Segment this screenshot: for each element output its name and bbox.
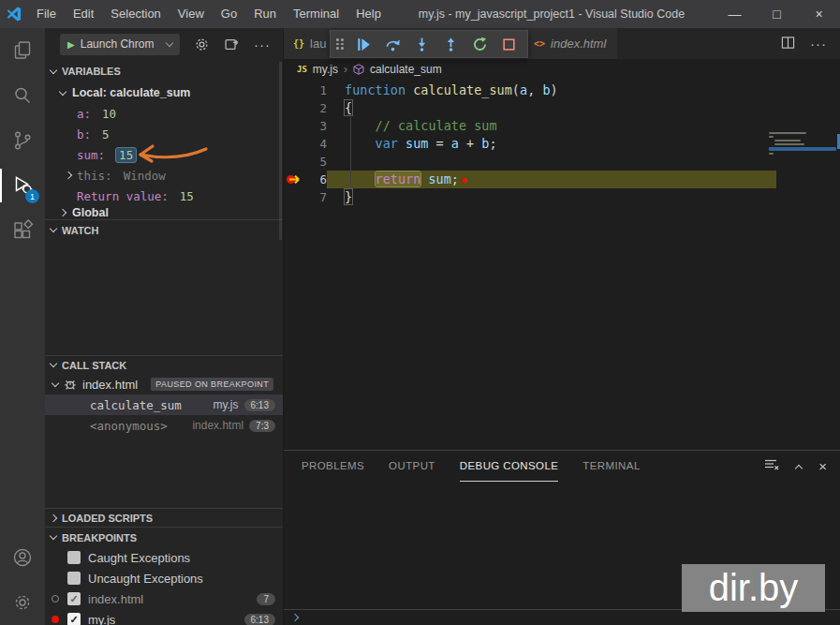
close-button[interactable]: × [798, 0, 840, 28]
breakpoint-row[interactable]: Uncaught Exceptions [45, 568, 283, 588]
close-panel-icon[interactable]: × [818, 458, 827, 474]
stop-button[interactable] [497, 32, 520, 56]
debug-badge: 1 [25, 189, 39, 203]
menu-go[interactable]: Go [213, 0, 245, 28]
launch-config-select[interactable]: ▶ Launch Chrom [60, 34, 180, 55]
gutter [284, 153, 304, 171]
breadcrumb-symbol[interactable]: calculate_sum [370, 63, 442, 76]
breakpoint-checkbox[interactable] [67, 551, 81, 564]
breakpoint-row[interactable]: Caught Exceptions [45, 547, 283, 568]
chevron-down-icon [50, 532, 57, 540]
code-line[interactable]: 4 var sum = a + b; [284, 135, 840, 153]
line-number: 1 [304, 82, 327, 99]
breadcrumb-separator: › [344, 63, 347, 76]
toolbar-drag-handle[interactable] [336, 38, 344, 50]
paused-breakpoint-icon[interactable] [284, 171, 304, 188]
chevron-down-icon [50, 66, 57, 73]
editor-more-actions-button[interactable]: ··· [810, 36, 827, 52]
call-stack-frames: calculate_summy.js6:13<anonymous>index.h… [45, 394, 283, 436]
panel-tab-terminal[interactable]: TERMINAL [582, 451, 640, 482]
account-icon[interactable] [0, 535, 45, 580]
indent-guide [350, 117, 351, 188]
restart-button[interactable] [468, 32, 491, 56]
variables-section-header[interactable]: VARIABLES [45, 60, 283, 82]
debug-console-icon[interactable] [224, 37, 240, 52]
split-editor-icon[interactable] [781, 36, 795, 52]
menu-run[interactable]: Run [245, 0, 285, 28]
step-into-button[interactable] [410, 32, 433, 56]
step-out-button[interactable] [439, 32, 462, 56]
gear-icon[interactable] [194, 37, 210, 52]
breakpoints-section-header[interactable]: BREAKPOINTS [45, 527, 283, 547]
call-stack-section-header[interactable]: CALL STACK [45, 355, 283, 374]
code-line[interactable]: 5 [284, 153, 840, 171]
source-control-icon[interactable] [0, 118, 45, 163]
start-debug-icon[interactable]: ▶ [67, 39, 75, 50]
panel-tab-problems[interactable]: PROBLEMS [302, 451, 364, 482]
tab-index-html[interactable]: <> index.html [524, 28, 618, 59]
loaded-scripts-title: LOADED SCRIPTS [62, 513, 153, 524]
call-stack-title: CALL STACK [62, 360, 126, 371]
panel-tabbar: PROBLEMSOUTPUTDEBUG CONSOLETERMINAL × [284, 451, 840, 482]
variable-row[interactable]: a:10 [45, 103, 283, 124]
maximize-button[interactable]: □ [756, 0, 798, 28]
menu-selection[interactable]: Selection [102, 0, 169, 28]
code-line[interactable]: 2{ [284, 99, 840, 117]
menu-terminal[interactable]: Terminal [285, 0, 347, 28]
explorer-icon[interactable] [0, 28, 45, 73]
breakpoint-checkbox[interactable]: ✓ [67, 613, 81, 625]
sidebar-scrollbar[interactable] [279, 62, 282, 240]
frame-location: index.html7:3 [192, 419, 275, 432]
annotation-arrow [129, 141, 212, 169]
editor-tabbar: {} lau <> index.html ··· [284, 28, 840, 59]
run-and-debug-icon[interactable]: 1 [0, 163, 45, 208]
line-text: function calculate_sum(a, b) [327, 82, 558, 99]
breadcrumb-file[interactable]: my.js [313, 63, 338, 76]
variable-name: Return value: [77, 189, 169, 203]
variable-row[interactable]: Return value:15 [45, 186, 283, 206]
breakpoint-row[interactable]: ✓my.js6:13 [45, 609, 283, 625]
panel-tab-debug-console[interactable]: DEBUG CONSOLE [460, 451, 559, 482]
extensions-icon[interactable] [0, 208, 45, 253]
breakpoint-checkbox[interactable]: ✓ [67, 592, 81, 605]
search-icon[interactable] [0, 73, 45, 118]
tab-launch-json[interactable]: {} lau [284, 28, 335, 59]
frame-name: calculate_sum [90, 398, 182, 412]
debug-session-row[interactable]: index.html PAUSED ON BREAKPOINT [45, 374, 283, 394]
call-stack-empty-space [45, 436, 283, 508]
clear-console-icon[interactable] [764, 457, 779, 475]
minimap[interactable] [769, 132, 836, 155]
maximize-panel-icon[interactable] [795, 464, 803, 471]
code-line[interactable]: 6 return sum;● [284, 171, 840, 188]
step-over-button[interactable] [381, 32, 404, 56]
chevron-right-icon [65, 171, 72, 179]
variable-row[interactable]: Local: calculate_sum [45, 82, 283, 103]
more-actions-button[interactable]: ··· [254, 37, 271, 52]
activity-bar: 1 [0, 28, 45, 625]
code-line[interactable]: 1function calculate_sum(a, b) [284, 82, 840, 99]
stack-frame-row[interactable]: <anonymous>index.html7:3 [45, 415, 283, 436]
panel-tab-output[interactable]: OUTPUT [389, 451, 435, 482]
variable-row[interactable]: Global [45, 206, 283, 219]
code-line[interactable]: 3 // calculate sum [284, 117, 840, 135]
code-line[interactable]: 7} [284, 188, 840, 206]
stack-frame-row[interactable]: calculate_summy.js6:13 [45, 394, 283, 415]
watch-section-header[interactable]: WATCH [45, 219, 283, 240]
continue-button[interactable] [352, 32, 375, 56]
line-number: 4 [304, 135, 327, 153]
menu-view[interactable]: View [169, 0, 213, 28]
loaded-scripts-section-header[interactable]: LOADED SCRIPTS [45, 508, 283, 527]
minimize-button[interactable]: — [714, 0, 756, 28]
breakpoint-checkbox[interactable] [67, 572, 81, 585]
vscode-window: FileEditSelectionViewGoRunTerminalHelp m… [0, 0, 840, 625]
menu-edit[interactable]: Edit [65, 0, 102, 28]
minimap-line [769, 132, 806, 134]
breadcrumb: JS my.js › calculate_sum [284, 59, 840, 80]
menu-help[interactable]: Help [347, 0, 390, 28]
frame-name: <anonymous> [90, 419, 168, 433]
menu-file[interactable]: File [28, 0, 65, 28]
code-editor[interactable]: 1function calculate_sum(a, b)2{3 // calc… [284, 80, 840, 450]
settings-gear-icon[interactable] [0, 580, 45, 625]
breakpoint-row[interactable]: ✓index.html7 [45, 588, 283, 609]
gutter [284, 82, 304, 99]
